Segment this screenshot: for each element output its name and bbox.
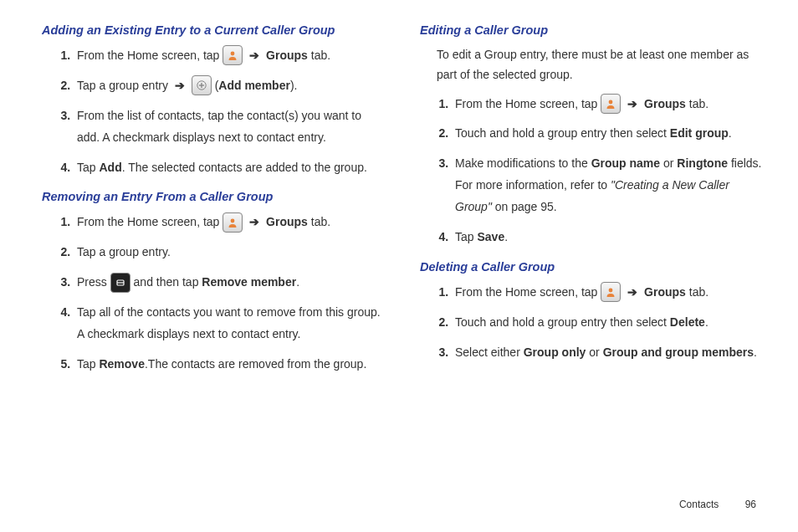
text: Tap bbox=[77, 161, 99, 174]
text: or bbox=[660, 156, 677, 170]
menu-icon bbox=[110, 273, 130, 293]
text: Tap a group entry bbox=[77, 79, 171, 92]
svg-point-4 bbox=[231, 218, 235, 223]
list-item: Tap Save. bbox=[452, 227, 765, 248]
arrow-icon: ➔ bbox=[624, 285, 641, 299]
list-item: Select either Group only or Group and gr… bbox=[452, 342, 765, 364]
text: From the Home screen, tap bbox=[77, 49, 223, 62]
text: tab. bbox=[308, 215, 330, 228]
list-item: Tap Add. The selected contacts are added… bbox=[74, 157, 386, 179]
bold-text: Groups bbox=[266, 215, 308, 228]
text: . bbox=[705, 315, 708, 329]
text: From the Home screen, tap bbox=[455, 97, 601, 110]
bold-text: Group name bbox=[591, 156, 660, 170]
bold-text: Add bbox=[99, 161, 121, 174]
text: Touch and hold a group entry then select bbox=[455, 126, 670, 140]
text: Touch and hold a group entry then select bbox=[455, 315, 670, 329]
list-item: Make modifications to the Group name or … bbox=[452, 153, 765, 218]
list-item: Touch and hold a group entry then select… bbox=[452, 123, 765, 145]
bold-text: Group and group members bbox=[603, 345, 754, 359]
text: . bbox=[729, 126, 732, 140]
list-item: Touch and hold a group entry then select… bbox=[452, 312, 765, 334]
text: tab. bbox=[686, 97, 708, 110]
bold-text: Group only bbox=[524, 345, 586, 359]
page: Adding an Existing Entry to a Current Ca… bbox=[0, 0, 798, 401]
bold-text: Remove bbox=[99, 357, 144, 371]
text: .The contacts are removed from the group… bbox=[145, 357, 366, 371]
text: . bbox=[754, 345, 757, 359]
footer-section: Contacts bbox=[679, 499, 719, 510]
bold-text: Groups bbox=[266, 49, 308, 62]
arrow-icon: ➔ bbox=[171, 79, 188, 92]
text: Press bbox=[77, 275, 110, 289]
bold-text: Edit group bbox=[670, 126, 729, 140]
arrow-icon: ➔ bbox=[624, 97, 641, 110]
text: tab. bbox=[308, 49, 330, 62]
list-item: From the Home screen, tap ➔ Groups tab. bbox=[452, 282, 765, 304]
bold-text: Ringtone bbox=[677, 156, 728, 170]
bold-text: Remove member bbox=[202, 275, 296, 289]
bold-text: Delete bbox=[670, 315, 705, 329]
arrow-icon: ➔ bbox=[246, 49, 263, 62]
text: on page 95. bbox=[492, 200, 557, 213]
list-item: From the Home screen, tap ➔ Groups tab. bbox=[74, 212, 386, 233]
right-column: Editing a Caller Group To edit a Group e… bbox=[420, 23, 765, 384]
text: Select either bbox=[455, 345, 524, 359]
left-column: Adding an Existing Entry to a Current Ca… bbox=[42, 23, 386, 384]
text: and then tap bbox=[134, 275, 202, 289]
text: tab. bbox=[686, 285, 708, 299]
text: From the Home screen, tap bbox=[455, 285, 601, 299]
heading-deleting-group: Deleting a Caller Group bbox=[420, 260, 765, 274]
list-removing-entry: From the Home screen, tap ➔ Groups tab. … bbox=[59, 212, 386, 375]
arrow-icon: ➔ bbox=[246, 215, 263, 228]
bold-text: Groups bbox=[644, 97, 686, 110]
list-editing-group: From the Home screen, tap ➔ Groups tab. … bbox=[437, 94, 765, 248]
list-item: Tap a group entry ➔ (Add member). bbox=[74, 75, 386, 97]
page-footer: Contacts 96 bbox=[679, 499, 756, 510]
heading-adding-entry: Adding an Existing Entry to a Current Ca… bbox=[42, 23, 386, 37]
intro-text: To edit a Group entry, there must be at … bbox=[437, 45, 765, 85]
bold-text: Groups bbox=[644, 285, 686, 299]
list-item: Press and then tap Remove member. bbox=[74, 272, 386, 294]
contact-icon bbox=[601, 282, 621, 302]
contact-icon bbox=[601, 94, 621, 114]
bold-text: Add member bbox=[218, 79, 290, 92]
list-item: From the Home screen, tap ➔ Groups tab. bbox=[74, 45, 386, 67]
svg-point-0 bbox=[231, 52, 235, 56]
list-item: Tap a group entry. bbox=[74, 242, 386, 263]
list-deleting-group: From the Home screen, tap ➔ Groups tab. … bbox=[437, 282, 765, 364]
list-item: From the list of contacts, tap the conta… bbox=[74, 105, 386, 149]
bold-text: Save bbox=[477, 230, 504, 243]
page-number: 96 bbox=[745, 499, 756, 510]
svg-point-8 bbox=[609, 289, 613, 293]
list-item: Tap Remove.The contacts are removed from… bbox=[74, 354, 386, 376]
contact-icon bbox=[223, 212, 243, 233]
heading-editing-group: Editing a Caller Group bbox=[420, 23, 765, 37]
text: Tap bbox=[77, 357, 99, 371]
svg-point-7 bbox=[609, 100, 613, 104]
text: . The selected contacts are added to the… bbox=[122, 161, 367, 174]
list-item: Tap all of the contacts you want to remo… bbox=[74, 302, 386, 345]
text: Tap bbox=[455, 230, 477, 243]
list-item: From the Home screen, tap ➔ Groups tab. bbox=[452, 94, 765, 115]
add-member-icon bbox=[192, 75, 212, 95]
text: . bbox=[504, 230, 508, 243]
heading-removing-entry: Removing an Entry From a Caller Group bbox=[42, 190, 386, 203]
text: ). bbox=[290, 79, 298, 92]
contact-icon bbox=[223, 45, 243, 65]
list-adding-entry: From the Home screen, tap ➔ Groups tab. … bbox=[59, 45, 386, 178]
text: or bbox=[586, 345, 602, 359]
text: From the Home screen, tap bbox=[77, 215, 223, 228]
text: Make modifications to the bbox=[455, 156, 591, 170]
text: . bbox=[296, 275, 299, 289]
